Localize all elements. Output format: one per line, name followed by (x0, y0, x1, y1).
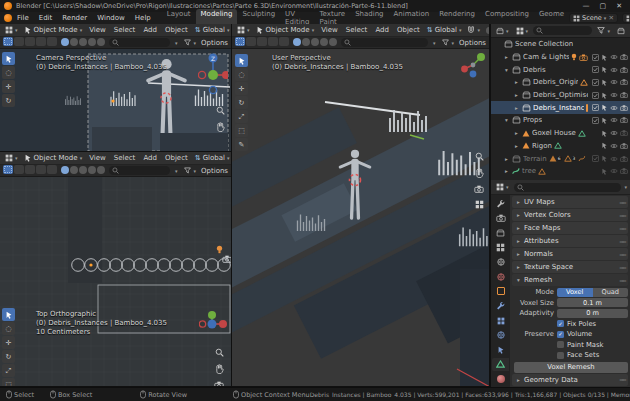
nav-gizmo-camera[interactable]: Z (198, 52, 228, 98)
add-menu[interactable]: Add (140, 26, 160, 34)
tab-material[interactable] (492, 372, 509, 386)
transform-tool-button[interactable]: ⬚ (235, 124, 248, 137)
outliner-row-scene-collection[interactable]: Scene Collection (491, 38, 630, 51)
properties-options-dropdown[interactable]: ▾ (624, 184, 627, 190)
editor-type-button[interactable]: ▾ (494, 27, 511, 35)
select-tool-button[interactable] (2, 52, 15, 65)
visibility-toggles[interactable] (293, 38, 338, 48)
camera-view-icon[interactable] (474, 185, 484, 193)
rotate-tool-button[interactable]: ↻ (235, 96, 248, 109)
new-collection-button[interactable] (615, 27, 627, 35)
proportional-edit-dropdown[interactable]: ▾ (173, 40, 180, 46)
render-camera-icon[interactable] (620, 117, 628, 123)
filter-dropdown[interactable]: ▾ (440, 39, 456, 46)
nav-gizmo-user[interactable] (461, 52, 487, 78)
selectable-icon[interactable] (601, 130, 608, 137)
tab-view-layer[interactable] (492, 241, 509, 255)
transform-orientation[interactable]: ⇅Global▾ (425, 26, 464, 34)
outliner-row-tree[interactable]: ▸ tree (491, 165, 630, 178)
outliner-row-debris-original[interactable]: ▸ Debris_Original (491, 76, 630, 89)
snap-toggle[interactable]: ▾ (465, 26, 482, 34)
search-input[interactable] (341, 38, 428, 47)
menu-help[interactable]: Help (130, 14, 156, 22)
annotate-tool-button[interactable]: ✎ (235, 138, 248, 151)
editor-type-button[interactable]: ▾ (3, 26, 20, 34)
hide-eye-icon[interactable] (610, 54, 618, 60)
hide-eye-icon[interactable] (610, 79, 618, 85)
transform-orientation[interactable]: ⇅Global▾ (193, 154, 231, 162)
hide-eye-icon[interactable] (610, 105, 618, 111)
editor-type-button[interactable]: ▾ (235, 26, 252, 34)
mode-selector[interactable]: Object Mode▾ (22, 26, 85, 34)
tab-particles[interactable] (492, 314, 509, 328)
tab-constraints[interactable] (492, 343, 509, 357)
select-menu[interactable]: Select (111, 26, 139, 34)
filter-dropdown[interactable]: ▾ (182, 167, 198, 174)
exclude-checkbox[interactable] (592, 155, 599, 162)
zoom-icon[interactable] (216, 106, 225, 115)
tab-object-data[interactable] (492, 358, 509, 372)
close-button[interactable]: ✕ (616, 2, 622, 10)
render-camera-icon[interactable] (620, 92, 628, 98)
pan-hand-icon[interactable] (216, 122, 225, 132)
select-mode-buttons[interactable] (3, 165, 58, 176)
zoom-icon[interactable] (475, 152, 484, 161)
render-camera-icon[interactable] (620, 79, 628, 85)
cursor-tool-button[interactable]: ◌ (235, 68, 248, 81)
viewport-top-canvas[interactable] (0, 177, 232, 387)
pan-hand-icon[interactable] (475, 168, 484, 178)
exclude-checkbox[interactable] (592, 66, 599, 73)
exclude-checkbox[interactable] (592, 104, 599, 111)
render-camera-icon[interactable] (620, 105, 628, 111)
cursor-tool-button[interactable]: ◌ (2, 66, 15, 79)
object-menu[interactable]: Object (162, 26, 191, 34)
panel-geometry-data[interactable]: ▸Geometry Data══ (512, 374, 628, 386)
viewlayer-selector[interactable]: ViewLayer ▾✕ (622, 13, 630, 23)
proportional-edit-dropdown[interactable]: ▾ (173, 168, 180, 174)
outliner-row-goxel-house[interactable]: ▸ Goxel House (491, 127, 630, 140)
outliner-row-debris-optimised[interactable]: ▸ Debris_Optimised (491, 89, 630, 102)
selectable-icon[interactable] (601, 117, 608, 124)
transform-orientation[interactable]: ⇅Global▾ (193, 26, 231, 34)
view-menu[interactable]: View (86, 26, 109, 34)
hide-eye-icon[interactable] (610, 156, 618, 162)
render-camera-icon[interactable] (620, 130, 628, 136)
menu-edit[interactable]: Edit (34, 14, 58, 22)
selectable-icon[interactable] (601, 168, 608, 175)
hide-eye-icon[interactable] (610, 143, 618, 149)
menu-file[interactable]: File (12, 14, 34, 22)
fix-poles-checkbox[interactable]: ✓ (557, 320, 564, 327)
tab-render[interactable] (492, 212, 509, 226)
rotate-tool-button[interactable]: ↻ (2, 350, 15, 363)
render-camera-icon[interactable] (620, 143, 628, 149)
pan-hand-icon[interactable] (215, 364, 224, 374)
move-tool-button[interactable]: ✛ (2, 80, 15, 93)
exclude-checkbox[interactable] (592, 117, 599, 124)
object-menu[interactable]: Object (162, 154, 191, 162)
tab-physics[interactable] (492, 328, 509, 342)
selectable-icon[interactable] (601, 155, 608, 162)
mode-selector[interactable]: Object Mode▾ (22, 154, 85, 162)
selectable-icon[interactable] (601, 142, 608, 149)
selectable-icon[interactable] (601, 79, 608, 86)
face-sets-checkbox[interactable] (557, 352, 564, 359)
select-mode-buttons[interactable] (235, 37, 290, 48)
add-menu[interactable]: Add (372, 26, 392, 34)
filter-dropdown[interactable]: ▾ (182, 39, 198, 46)
scale-tool-button[interactable]: ⤢ (2, 364, 15, 377)
menu-render[interactable]: Render (57, 14, 92, 22)
view-menu[interactable]: View (318, 26, 341, 34)
exclude-checkbox[interactable] (592, 54, 599, 61)
select-tool-button[interactable] (2, 308, 15, 321)
outliner-row-debris[interactable]: ▾ Debris (491, 63, 630, 76)
scale-tool-button[interactable]: ⤢ (235, 110, 248, 123)
select-tool-button[interactable] (235, 54, 248, 67)
cursor-tool-button[interactable]: ◌ (2, 322, 15, 335)
move-tool-button[interactable]: ✛ (235, 82, 248, 95)
volume-checkbox[interactable]: ✓ (557, 331, 564, 338)
outliner-filter-button[interactable]: ▾ (595, 27, 612, 34)
hide-eye-icon[interactable] (610, 168, 618, 174)
overlays-toggle[interactable]: ▾ (484, 27, 489, 34)
visibility-toggles[interactable] (61, 38, 106, 48)
outliner-row-terrain[interactable]: ▸ Terrain 6 3 (491, 152, 630, 165)
